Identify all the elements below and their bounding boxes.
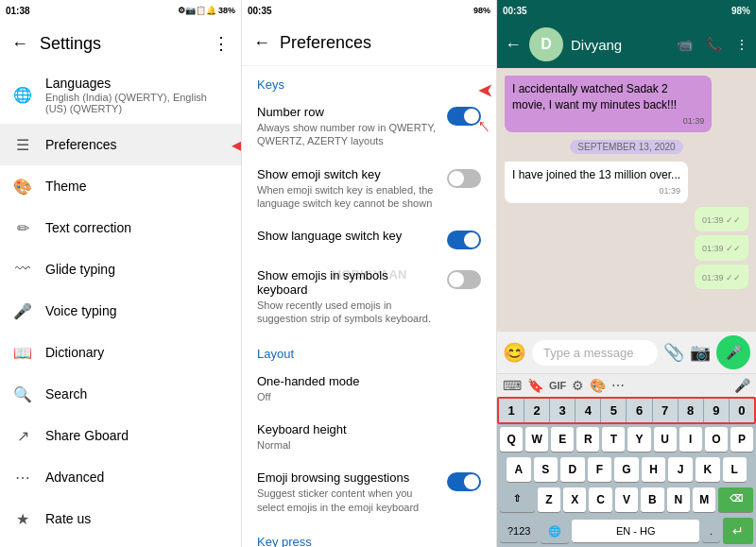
key-t[interactable]: T xyxy=(602,427,625,452)
lang-switch-toggle[interactable] xyxy=(447,231,481,249)
key-globe[interactable]: 🌐 xyxy=(541,520,569,543)
keyboard-icon[interactable]: ⌨ xyxy=(503,378,522,393)
keyboard-bottom-row: ?123 🌐 EN - HG . ↵ xyxy=(497,515,756,547)
pref-back-icon[interactable]: ← xyxy=(253,33,270,53)
message-input[interactable]: Type a message xyxy=(532,340,658,366)
key-9[interactable]: 9 xyxy=(704,399,730,422)
emoji-browsing-desc: Suggest sticker content when you select … xyxy=(257,487,439,514)
key-symbols[interactable]: ?123 xyxy=(500,520,538,542)
key-j[interactable]: J xyxy=(668,457,693,482)
key-1[interactable]: 1 xyxy=(499,399,524,422)
sidebar-item-voice-typing[interactable]: 🎤 Voice typing xyxy=(0,290,241,332)
key-v[interactable]: V xyxy=(615,487,638,512)
key-space[interactable]: EN - HG xyxy=(572,520,698,542)
settings-keyboard-icon[interactable]: ⚙ xyxy=(572,378,584,393)
key-f[interactable]: F xyxy=(588,457,612,482)
key-e[interactable]: E xyxy=(551,427,574,452)
voice-message-button[interactable]: 🎤 xyxy=(716,335,750,369)
sidebar-item-search[interactable]: 🔍 Search xyxy=(0,373,241,415)
menu-icon[interactable]: ⋮ xyxy=(213,33,230,54)
number-row-title: Number row xyxy=(257,105,439,119)
sidebar-item-advanced[interactable]: ⋯ Advanced xyxy=(0,456,241,498)
key-y[interactable]: Y xyxy=(627,427,650,452)
gif-label[interactable]: GIF xyxy=(549,380,566,391)
key-period[interactable]: . xyxy=(702,520,720,542)
key-h[interactable]: H xyxy=(642,457,666,482)
key-d[interactable]: D xyxy=(560,457,585,482)
keyboard-row-qwerty: Q W E R T Y U I O P xyxy=(497,424,756,454)
sidebar-item-theme[interactable]: 🎨 Theme xyxy=(0,165,241,207)
dictionary-label: Dictionary xyxy=(45,345,230,360)
key-c[interactable]: C xyxy=(589,487,611,512)
key-a[interactable]: A xyxy=(507,457,531,482)
pref-item-lang-switch[interactable]: Show language switch key xyxy=(242,219,496,259)
phone-icon[interactable]: 📞 xyxy=(706,37,722,52)
sidebar-item-share-gboard[interactable]: ↗ Share Gboard xyxy=(0,415,241,456)
emoji-switch-title: Show emoji switch key xyxy=(257,167,439,181)
key-l[interactable]: L xyxy=(723,457,747,482)
key-i[interactable]: I xyxy=(679,427,702,452)
pref-item-emoji-browsing[interactable]: Emoji browsing suggestions Suggest stick… xyxy=(242,461,496,523)
key-o[interactable]: O xyxy=(705,427,728,452)
emojis-symbols-toggle[interactable] xyxy=(447,270,481,289)
key-g[interactable]: G xyxy=(614,457,639,482)
key-2[interactable]: 2 xyxy=(524,399,550,422)
key-z[interactable]: Z xyxy=(538,487,560,512)
key-r[interactable]: R xyxy=(576,427,599,452)
preferences-header: ← Preferences xyxy=(242,21,496,66)
key-0[interactable]: 0 xyxy=(730,399,754,422)
key-n[interactable]: N xyxy=(667,487,690,512)
theme-keyboard-icon[interactable]: 🎨 xyxy=(590,378,606,393)
key-enter[interactable]: ↵ xyxy=(723,518,753,544)
keyboard-number-row: 1 2 3 4 5 6 7 8 9 0 xyxy=(497,397,756,424)
key-shift[interactable]: ⇧ xyxy=(500,487,535,512)
key-7[interactable]: 7 xyxy=(653,399,679,422)
key-s[interactable]: S xyxy=(534,457,558,482)
key-6[interactable]: 6 xyxy=(627,399,652,422)
key-m[interactable]: M xyxy=(693,487,715,512)
video-call-icon[interactable]: 📹 xyxy=(677,37,693,52)
emoji-browsing-toggle[interactable] xyxy=(447,472,481,491)
pref-item-emoji-switch[interactable]: Show emoji switch key When emoji switch … xyxy=(242,158,496,220)
key-u[interactable]: U xyxy=(654,427,677,452)
message-sent-2: 01:39 ✓✓ xyxy=(695,235,748,261)
sidebar-item-glide-typing[interactable]: 〰 Glide typing xyxy=(0,248,241,290)
key-4[interactable]: 4 xyxy=(576,399,601,422)
sent-time-3: 01:39 ✓✓ xyxy=(702,272,741,284)
keyboard-row-zxcv: ⇧ Z X C V B N M ⌫ xyxy=(497,485,756,515)
key-3[interactable]: 3 xyxy=(550,399,576,422)
back-icon[interactable]: ← xyxy=(11,34,28,54)
pref-item-kb-height[interactable]: Keyboard height Normal xyxy=(242,413,496,461)
keyboard-toolbar: ⌨ 🔖 GIF ⚙ 🎨 ⋯ 🎤 xyxy=(497,373,756,397)
key-backspace[interactable]: ⌫ xyxy=(718,487,753,512)
sticker-icon[interactable]: 🔖 xyxy=(527,378,543,393)
pref-item-number-row[interactable]: Number row Always show number row in QWE… xyxy=(242,95,496,158)
sidebar-item-languages[interactable]: 🌐 Languages English (India) (QWERTY), En… xyxy=(0,66,241,124)
key-5[interactable]: 5 xyxy=(601,399,627,422)
chat-menu-icon[interactable]: ⋮ xyxy=(735,37,748,52)
sidebar-item-dictionary[interactable]: 📖 Dictionary xyxy=(0,332,241,373)
key-k[interactable]: K xyxy=(696,457,720,482)
message-sent-3: 01:39 ✓✓ xyxy=(695,265,748,290)
mic-keyboard-icon[interactable]: 🎤 xyxy=(734,378,750,393)
key-x[interactable]: X xyxy=(563,487,586,512)
more-keyboard-icon[interactable]: ⋯ xyxy=(611,378,625,393)
key-b[interactable]: B xyxy=(641,487,663,512)
key-p[interactable]: P xyxy=(730,427,753,452)
emoji-switch-toggle[interactable] xyxy=(447,169,481,188)
emoji-browsing-title: Emoji browsing suggestions xyxy=(257,470,439,485)
pref-item-one-handed[interactable]: One-handed mode Off xyxy=(242,365,496,413)
sidebar-item-preferences[interactable]: ☰ Preferences ◀ xyxy=(0,124,241,165)
attach-icon[interactable]: 📎 xyxy=(663,342,684,363)
emoji-icon[interactable]: 😊 xyxy=(503,341,526,364)
emojis-symbols-title: Show emojis in symbols keyboard xyxy=(257,268,439,297)
key-w[interactable]: W xyxy=(525,427,548,452)
kb-height-title: Keyboard height xyxy=(257,422,481,436)
key-q[interactable]: Q xyxy=(500,427,523,452)
camera-icon[interactable]: 📷 xyxy=(690,342,711,363)
sidebar-item-rate-us[interactable]: ★ Rate us xyxy=(0,498,241,539)
sidebar-item-text-correction[interactable]: ✏ Text correction xyxy=(0,207,241,248)
key-8[interactable]: 8 xyxy=(679,399,704,422)
pref-item-emojis-symbols[interactable]: Show emojis in symbols keyboard Show rec… xyxy=(242,259,496,335)
chat-back-icon[interactable]: ← xyxy=(505,35,522,55)
